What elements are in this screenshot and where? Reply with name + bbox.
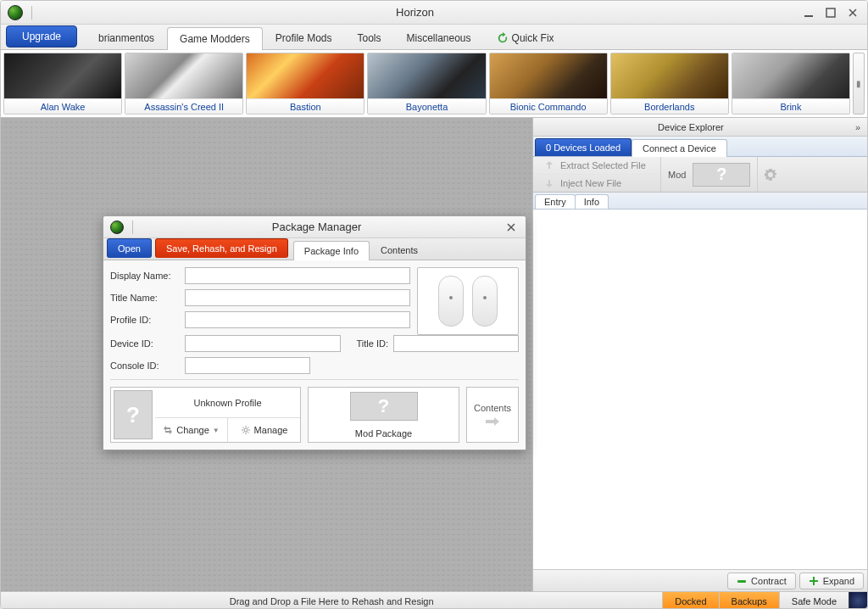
game-thumbnail [732,53,849,98]
title-id-input[interactable] [393,335,519,352]
expand-button[interactable]: Expand [799,573,864,589]
game-thumbnail [490,53,607,98]
chevron-down-icon: ▼ [213,427,220,434]
inject-label: Inject New File [560,178,621,188]
game-card[interactable]: Bayonetta [367,53,486,115]
connect-device-tab[interactable]: Connect a Device [632,139,727,157]
mod-cell: Mod ? [661,157,758,192]
device-explorer-panel: Device Explorer » 0 Devices Loaded Conne… [532,118,867,591]
profile-id-label: Profile ID: [110,315,180,325]
arrow-right-icon [486,416,499,427]
title-id-label: Title ID: [346,338,388,349]
mod-package-box[interactable]: ? Mod Package [308,387,459,443]
package-manager-window: Package Manager Open Save, Rehash, and R… [103,215,526,450]
contents-button[interactable]: Contents [466,387,519,443]
device-toolbar: Extract Selected File Inject New File Mo… [533,157,867,193]
contents-label: Contents [474,403,511,413]
open-button[interactable]: Open [107,238,152,258]
devices-loaded-tab[interactable]: 0 Devices Loaded [535,138,632,156]
pkg-tabs: Open Save, Rehash, and Resign Package In… [103,238,526,260]
game-card[interactable]: Bastion [246,53,364,115]
upload-icon [543,159,555,171]
quick-fix-label: Quick Fix [512,32,554,44]
contract-button[interactable]: Contract [727,573,796,589]
controller-icon [438,276,464,327]
avatar-placeholder-icon: ? [114,390,153,439]
pkg-logo-icon [110,221,124,234]
change-label: Change [176,425,209,435]
pkg-close-button[interactable] [504,220,519,235]
game-label: Bayonetta [368,98,485,114]
settings-button[interactable] [758,157,783,192]
refresh-icon [497,32,509,44]
manage-label: Manage [254,425,288,435]
minus-icon [737,576,747,586]
mod-placeholder-icon[interactable]: ? [693,163,750,187]
game-label: Bionic Commando [490,98,607,114]
game-thumbnail [4,53,121,98]
game-card[interactable]: Assassin's Creed II [125,53,243,115]
tab-miscellaneous[interactable]: Miscellaneous [394,26,484,49]
entry-tab[interactable]: Entry [535,194,576,209]
svg-point-3 [244,428,248,432]
title-name-input[interactable] [185,289,410,306]
game-thumbnail [247,53,364,98]
contract-label: Contract [751,576,787,586]
console-id-label: Console ID: [110,360,180,371]
tab-quick-fix[interactable]: Quick Fix [484,26,567,49]
contents-tab[interactable]: Contents [370,240,429,260]
manage-profile-button[interactable]: Manage [228,418,300,442]
profile-box: ? Unknown Profile Change ▼ Manage [110,387,301,443]
game-strip: Alan Wake Assassin's Creed II Bastion Ba… [1,50,867,118]
game-label: Bastion [247,98,364,114]
window-title: Horizon [36,6,794,19]
close-button[interactable] [845,5,860,20]
game-thumbnail [125,53,242,98]
game-thumbnail [611,53,728,98]
console-id-input[interactable] [185,357,310,374]
extract-label: Extract Selected File [560,160,646,170]
swap-icon [163,425,173,435]
workspace: Device Explorer » 0 Devices Loaded Conne… [1,118,867,591]
extract-file-button[interactable]: Extract Selected File [533,157,660,175]
pkg-title: Package Manager [136,221,497,233]
profile-id-input[interactable] [185,311,410,328]
change-profile-button[interactable]: Change ▼ [155,418,228,442]
device-subtabs: Entry Info [533,193,867,210]
pkg-titlebar[interactable]: Package Manager [103,216,526,238]
expand-label: Expand [823,576,854,586]
plus-icon [809,576,819,586]
file-actions: Extract Selected File Inject New File [533,157,661,192]
upgrade-button[interactable]: Upgrade [6,25,77,47]
display-name-input[interactable] [185,267,410,284]
tab-profile-mods[interactable]: Profile Mods [263,26,345,49]
main-tab-bar: Upgrade brianmentos Game Modders Profile… [1,25,867,50]
mod-label: Mod [668,170,686,180]
download-icon [543,177,555,189]
package-info-tab[interactable]: Package Info [293,241,370,260]
docked-button[interactable]: Docked [662,592,718,609]
game-card[interactable]: Alan Wake [3,53,122,115]
tab-brianmentos[interactable]: brianmentos [86,26,167,49]
collapse-button[interactable]: » [849,122,867,132]
scroll-right-button[interactable]: ▮ [853,53,865,115]
info-tab[interactable]: Info [575,194,609,209]
game-card[interactable]: Bionic Commando [489,53,608,115]
game-thumbnail [368,53,485,98]
game-card[interactable]: Borderlands [610,53,729,115]
save-rehash-resign-button[interactable]: Save, Rehash, and Resign [155,238,288,258]
maximize-button[interactable] [823,5,838,20]
brand-swirl-icon [849,592,867,609]
tab-tools[interactable]: Tools [344,26,393,49]
game-card[interactable]: Brink [732,53,850,115]
profile-name: Unknown Profile [155,388,300,418]
status-message[interactable]: Drag and Drop a File Here to Rehash and … [1,592,662,609]
app-titlebar: Horizon [1,1,867,25]
inject-file-button[interactable]: Inject New File [533,175,660,192]
safe-mode-button[interactable]: Safe Mode [779,592,849,609]
device-body [533,210,867,569]
device-id-input[interactable] [185,335,341,352]
backups-button[interactable]: Backups [719,592,779,609]
minimize-button[interactable] [801,5,816,20]
tab-game-modders[interactable]: Game Modders [167,27,263,50]
